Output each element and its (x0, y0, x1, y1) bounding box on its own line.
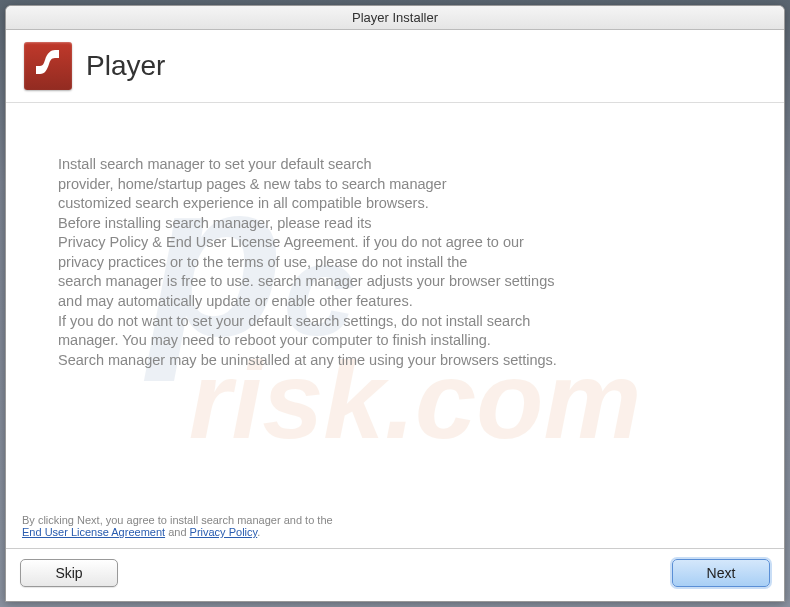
installer-window: Player Installer Player p c risk.com Ins… (5, 5, 785, 602)
eula-link[interactable]: End User License Agreement (22, 526, 165, 538)
titlebar: Player Installer (6, 6, 784, 30)
header: Player (6, 30, 784, 103)
next-button[interactable]: Next (672, 559, 770, 587)
footer-and: and (165, 526, 189, 538)
footer-prefix: By clicking Next, you agree to install s… (22, 514, 333, 526)
footer-suffix: . (257, 526, 260, 538)
window-title: Player Installer (352, 10, 438, 25)
flash-icon (24, 42, 72, 90)
body-text: Install search manager to set your defau… (58, 155, 704, 370)
app-title: Player (86, 50, 165, 82)
privacy-link[interactable]: Privacy Policy (190, 526, 258, 538)
skip-button[interactable]: Skip (20, 559, 118, 587)
footer-note: By clicking Next, you agree to install s… (6, 508, 784, 548)
button-bar: Skip Next (6, 549, 784, 601)
content-area: p c risk.com Install search manager to s… (6, 103, 784, 508)
